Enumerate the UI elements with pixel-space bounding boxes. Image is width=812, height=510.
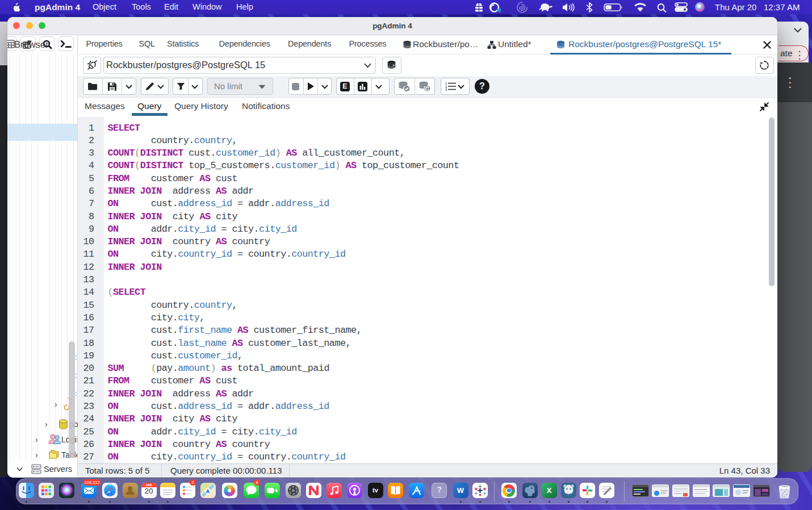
svg-text:3: 3 — [445, 88, 447, 91]
